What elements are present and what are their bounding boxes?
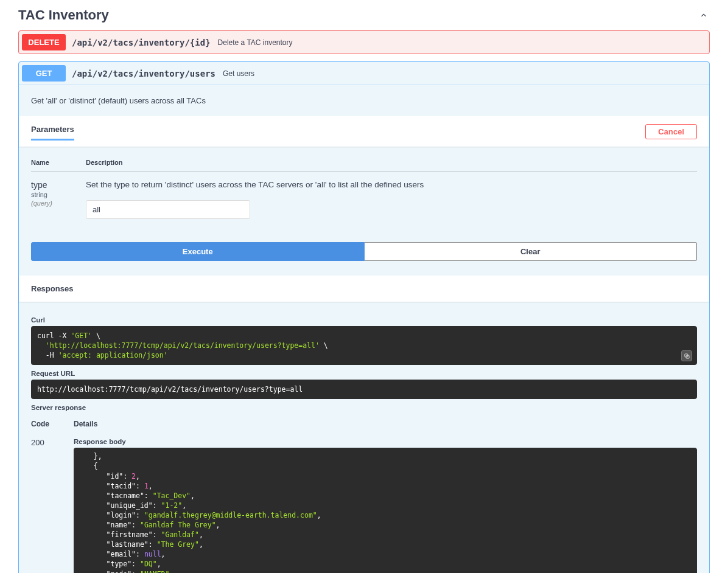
cancel-button[interactable]: Cancel [645,124,697,139]
param-name-cell: type string (query) [31,180,86,219]
copy-icon[interactable] [681,350,692,361]
opblock-delete-summary[interactable]: DELETE /api/v2/tacs/inventory/{id} Delet… [19,31,709,54]
op-summary: Delete a TAC inventory [218,38,694,47]
method-badge-get: GET [22,65,66,82]
chevron-down-icon[interactable] [694,36,706,49]
response-code: 200 [31,432,74,447]
response-detail: Response body }, { "id": 2, "tacid": 1, … [74,432,697,573]
param-name: type [31,180,86,190]
curl-codebox[interactable]: curl -X 'GET' \ 'http://localhost:7777/t… [31,326,697,365]
col-details: Details [74,420,697,428]
param-row: type string (query) Set the type to retu… [31,172,697,231]
param-type: string [31,191,86,198]
parameters-tabbar: Parameters Cancel [19,116,709,147]
action-buttons: Execute Clear [19,231,709,276]
param-description: Set the type to return 'distinct' users … [86,180,697,189]
chevron-up-icon[interactable] [698,9,710,21]
op-path: /api/v2/tacs/inventory/users [72,69,215,78]
parameters-table: Name Description type string (query) Set… [19,147,709,231]
request-url-box[interactable]: http://localhost:7777/tcmp/api/v2/tacs/i… [31,380,697,399]
param-in: (query) [31,200,86,207]
method-badge-delete: DELETE [22,34,66,50]
clear-button[interactable]: Clear [365,242,698,261]
param-head: Name Description [31,154,697,172]
response-row: 200 Response body }, { "id": 2, "tacid":… [31,432,697,573]
section-title: TAC Inventory [18,7,109,23]
param-desc-cell: Set the type to return 'distinct' users … [86,180,697,219]
col-name: Name [31,159,86,166]
opblock-get: GET /api/v2/tacs/inventory/users Get use… [18,61,710,573]
param-input-type[interactable] [86,200,250,219]
response-body-json[interactable]: }, { "id": 2, "tacid": 1, "tacname": "Ta… [74,448,697,573]
op-body: Get 'all' or 'distinct' (default) users … [19,85,709,573]
execute-button[interactable]: Execute [31,242,365,261]
server-response-label: Server response [31,404,697,411]
col-code: Code [31,420,74,428]
op-summary: Get users [223,69,694,78]
responses-heading: Responses [19,276,709,302]
chevron-up-icon[interactable] [694,68,706,80]
op-note: Get 'all' or 'distinct' (default) users … [19,85,709,116]
op-path: /api/v2/tacs/inventory/{id} [72,38,211,47]
request-url-label: Request URL [31,370,697,377]
opblock-delete: DELETE /api/v2/tacs/inventory/{id} Delet… [18,30,710,54]
responses-body: Curl curl -X 'GET' \ 'http://localhost:7… [19,302,709,573]
curl-label: Curl [31,316,697,324]
section-header[interactable]: TAC Inventory [18,4,710,30]
tab-parameters[interactable]: Parameters [31,122,74,141]
col-desc: Description [86,159,697,166]
response-table-head: Code Details [31,414,697,432]
opblock-get-summary[interactable]: GET /api/v2/tacs/inventory/users Get use… [19,62,709,85]
response-body-label: Response body [74,438,697,445]
